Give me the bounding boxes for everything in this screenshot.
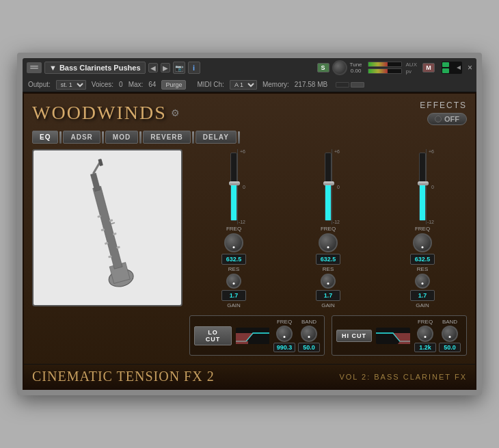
gear-icon[interactable]: ⚙	[171, 107, 180, 118]
band-1-fader-handle[interactable]	[229, 181, 240, 185]
band-1-gain-label: GAIN	[227, 302, 241, 308]
hi-cut-knobs: FREQ 1.2k BAND	[414, 319, 461, 352]
instrument-image	[32, 149, 183, 306]
preset-dropdown[interactable]: ▼ Bass Clarinets Pushes	[44, 62, 146, 74]
hi-cut-freq-label: FREQ	[418, 319, 433, 325]
band-1-freq-label: FREQ	[226, 226, 241, 232]
band-3-res-value: 1.7	[410, 290, 435, 301]
hi-cut-freq-group: FREQ 1.2k	[414, 319, 436, 352]
midi-label: MIDI Ch:	[197, 81, 224, 88]
lo-cut-knob-dot	[284, 336, 286, 338]
band-3-scale-top: +6	[429, 149, 434, 154]
band-2-res-label: RES	[323, 266, 334, 272]
tab-delay[interactable]: DELAY	[195, 131, 237, 144]
close-button[interactable]: ×	[468, 63, 472, 73]
tabs-row: EQ ADSR MOD REVERB DELAY	[32, 131, 467, 144]
band-1-freq-knob[interactable]	[224, 233, 243, 252]
band-2-freq-knob[interactable]	[319, 233, 338, 252]
second-bar: Output: st. 1 Voices: 0 Max: 64 Purge MI…	[23, 77, 476, 92]
output-select[interactable]: st. 1	[56, 80, 86, 90]
tab-reverb[interactable]: REVERB	[143, 131, 191, 144]
band-1-res-knob-dot	[233, 282, 235, 285]
lo-cut-band-knob-dot	[308, 336, 310, 338]
band-3-knob-dot	[422, 246, 424, 248]
next-preset-button[interactable]: ▶	[161, 63, 170, 73]
band-1-scale-top: +6	[240, 149, 245, 154]
band-3-fader-handle[interactable]	[418, 181, 429, 185]
solo-button[interactable]: S	[317, 63, 329, 73]
lo-cut-button[interactable]: LO CUT	[194, 326, 232, 345]
lo-cut-band-knob[interactable]	[301, 326, 317, 342]
effects-toggle[interactable]: OFF	[427, 113, 467, 125]
effects-label: Effects	[420, 101, 467, 110]
logo-icon	[27, 62, 42, 73]
hi-cut-graph	[376, 328, 410, 344]
band-2-fader-handle[interactable]	[323, 181, 334, 185]
midi-select[interactable]: A 1	[230, 80, 257, 90]
tab-adsr[interactable]: ADSR	[63, 131, 100, 144]
memory-value: 217.58 MB	[295, 81, 327, 88]
band-3-scale-bot: -12	[427, 220, 434, 224]
band-3-freq-knob[interactable]	[413, 233, 432, 252]
aux-label: AUX	[406, 62, 417, 68]
band-1-fader-fill	[231, 183, 237, 220]
dropdown-arrow: ▼	[49, 64, 57, 72]
tune-value: 0.00	[351, 68, 362, 74]
off-label: OFF	[444, 115, 459, 123]
eq-band-1: +6 0 -12 FREQ	[189, 149, 278, 308]
memory-label: Memory:	[262, 81, 289, 88]
hi-cut-band-knob[interactable]	[442, 326, 458, 342]
level-meter-bot	[368, 68, 402, 74]
band-1-knob-dot	[233, 246, 235, 248]
mute-button[interactable]: M	[422, 63, 435, 73]
tab-sep-4	[192, 131, 194, 144]
eq-band-3: +6 0 -12 FREQ	[378, 149, 467, 308]
band-1-scale-mid: 0	[243, 185, 245, 189]
hi-cut-button[interactable]: HI CUT	[336, 330, 372, 342]
purge-button[interactable]: Purge	[161, 80, 186, 90]
effects-section: Effects OFF	[420, 101, 467, 125]
prev-preset-button[interactable]: ◀	[148, 63, 158, 73]
svg-rect-4	[442, 68, 449, 73]
band-3-res-knob[interactable]	[415, 274, 430, 289]
info-icon[interactable]: i	[188, 62, 200, 74]
voices-label: Voices:	[92, 81, 113, 88]
band-2-res-knob[interactable]	[321, 274, 336, 289]
band-2-res-knob-dot	[327, 282, 329, 285]
band-1-res-knob[interactable]	[226, 274, 241, 289]
band-2-scale-mid: 0	[337, 185, 340, 189]
filter-row: LO CUT FREQ	[189, 315, 467, 356]
band-3-scale-mid: 0	[431, 185, 434, 189]
lo-cut-graph	[236, 328, 269, 344]
band-1-scale-line	[237, 149, 238, 224]
band-3-res-knob-dot	[422, 282, 424, 285]
lo-cut-freq-value: 990.3	[273, 343, 295, 352]
hi-cut-band-knob-dot	[449, 336, 451, 338]
hi-cut-band-value: 50.0	[439, 343, 461, 352]
top-bar: ▼ Bass Clarinets Pushes ◀ ▶ 📷 i S Tune 0…	[23, 58, 476, 77]
hi-cut-band-group: BAND 50.0	[439, 319, 461, 352]
band-2-slider-container: +6 0 -12	[314, 149, 342, 224]
header-row: Woodwinds ⚙ Effects OFF	[32, 101, 467, 125]
band-3-gain-label: GAIN	[416, 302, 429, 308]
lo-cut-freq-knob[interactable]	[276, 326, 293, 342]
tune-knob[interactable]	[332, 60, 347, 75]
band-2-fader-fill	[325, 183, 331, 220]
content-row: +6 0 -12 FREQ	[32, 149, 467, 356]
hi-cut-band-label: BAND	[442, 319, 457, 325]
band-1-res-label: RES	[228, 266, 239, 272]
svg-rect-16	[90, 173, 100, 192]
max-value: 64	[148, 81, 156, 88]
band-3-fader-track	[419, 153, 426, 221]
svg-rect-3	[442, 62, 449, 67]
band-1-slider-container: +6 0 -12	[220, 149, 247, 224]
hi-cut-freq-knob[interactable]	[417, 326, 433, 342]
clarinet-illustration	[49, 158, 167, 297]
tab-eq[interactable]: EQ	[32, 131, 58, 144]
tab-sep-5	[238, 131, 240, 144]
memory-bar-2	[351, 82, 364, 88]
camera-icon[interactable]: 📷	[173, 62, 185, 74]
level-meter-top	[368, 62, 402, 67]
tab-mod[interactable]: MOD	[105, 131, 138, 144]
eq-bands: +6 0 -12 FREQ	[189, 149, 467, 308]
